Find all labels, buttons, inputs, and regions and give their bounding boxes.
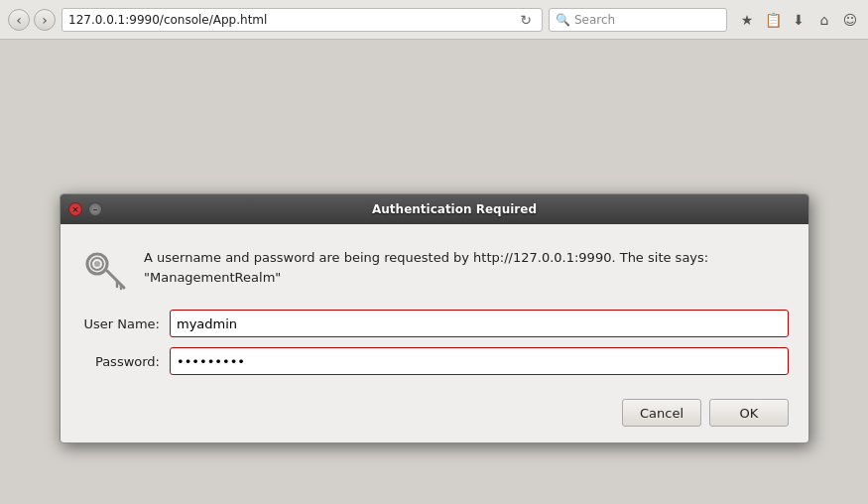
close-icon: × (71, 204, 79, 214)
password-row: Password: (80, 347, 789, 375)
toolbar-icons: ★ 📋 ⬇ ⌂ ☺ (737, 10, 860, 30)
dialog-close-button[interactable]: × (68, 202, 82, 216)
dialog-message: A username and password are being reques… (144, 244, 708, 287)
auth-dialog: × – Authentication Required (60, 193, 809, 443)
password-label: Password: (80, 354, 170, 369)
download-icon[interactable]: ⬇ (789, 10, 808, 30)
browser-content: × – Authentication Required (0, 40, 868, 504)
username-row: User Name: (80, 310, 789, 337)
svg-point-5 (94, 261, 100, 267)
dialog-titlebar: × – Authentication Required (61, 194, 808, 224)
username-label: User Name: (80, 316, 170, 331)
search-icon: 🔍 (556, 13, 570, 27)
key-icon (80, 244, 128, 292)
profile-icon[interactable]: ☺ (840, 10, 860, 30)
search-placeholder: Search (574, 13, 615, 27)
cancel-button[interactable]: Cancel (622, 399, 701, 427)
reload-button[interactable]: ↻ (516, 10, 536, 30)
password-input[interactable] (170, 347, 789, 375)
message-line2: "ManagementRealm" (144, 270, 281, 285)
browser-toolbar: ‹ › 127.0.0.1:9990/console/App.html ↻ 🔍 … (0, 0, 868, 40)
home-icon[interactable]: ⌂ (814, 10, 834, 30)
dialog-info-row: A username and password are being reques… (80, 244, 789, 292)
url-text: 127.0.0.1:9990/console/App.html (68, 13, 510, 27)
forward-button[interactable]: › (34, 9, 56, 31)
search-bar[interactable]: 🔍 Search (549, 8, 727, 32)
dialog-body: A username and password are being reques… (61, 224, 808, 442)
dialog-minimize-button[interactable]: – (88, 202, 102, 216)
back-button[interactable]: ‹ (8, 9, 30, 31)
dialog-title: Authentication Required (108, 202, 801, 216)
address-bar[interactable]: 127.0.0.1:9990/console/App.html ↻ (62, 8, 543, 32)
star-icon[interactable]: ★ (737, 10, 757, 30)
dialog-buttons: Cancel OK (80, 391, 789, 427)
bookmark-icon[interactable]: 📋 (763, 10, 783, 30)
minimize-icon: – (93, 204, 98, 214)
message-line1: A username and password are being reques… (144, 250, 708, 265)
username-input[interactable] (170, 310, 789, 337)
nav-controls: ‹ › (8, 9, 56, 31)
ok-button[interactable]: OK (709, 399, 789, 427)
